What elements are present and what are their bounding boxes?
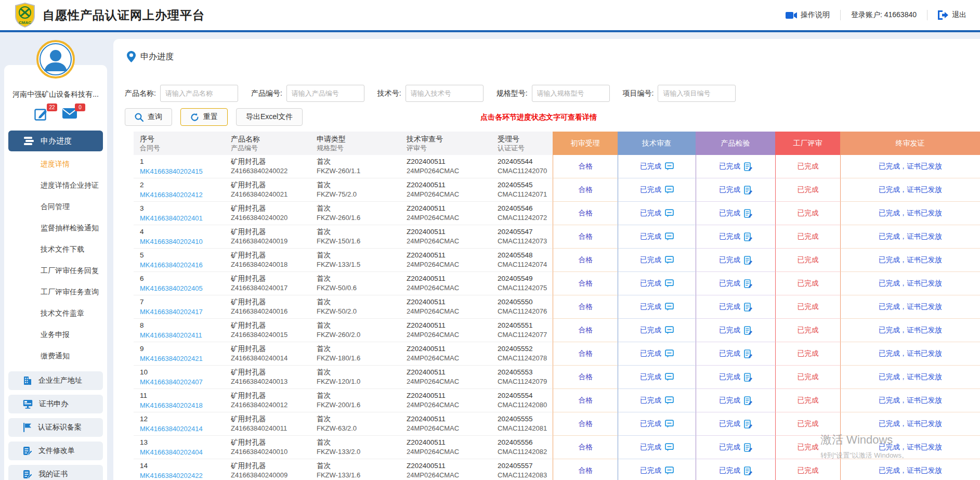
status-link[interactable]: 已完成 — [798, 372, 819, 382]
status-link[interactable]: 合格 — [579, 396, 593, 405]
sidebar-item-contract-mgmt[interactable]: 合同管理 — [4, 196, 107, 217]
status-link[interactable]: 已完成 — [719, 185, 740, 194]
status-link[interactable]: 已完成 — [798, 302, 819, 312]
status-link[interactable]: 已完成 — [719, 255, 740, 265]
status-link[interactable]: 已完成 — [798, 396, 819, 405]
report-icon[interactable] — [744, 303, 752, 312]
status-link[interactable]: 已完成 — [640, 443, 661, 452]
status-link[interactable]: 已完成，证书已发放 — [879, 396, 942, 405]
status-link[interactable]: 已完成，证书已发放 — [879, 162, 942, 171]
status-link[interactable]: 已完成 — [798, 326, 819, 335]
status-link[interactable]: 已完成，证书已发放 — [879, 443, 942, 452]
status-link[interactable]: 已完成 — [719, 466, 740, 475]
status-link[interactable]: 已完成 — [640, 232, 661, 241]
sidebar-item-mark-filing[interactable]: 认证标识备案 — [8, 418, 103, 437]
sidebar-item-factory-review-reply[interactable]: 工厂评审任务回复 — [4, 260, 107, 281]
comment-icon[interactable] — [665, 443, 674, 451]
status-link[interactable]: 已完成 — [798, 255, 819, 265]
status-link[interactable]: 已完成 — [640, 396, 661, 405]
status-link[interactable]: 合格 — [579, 162, 593, 171]
comment-icon[interactable] — [665, 349, 674, 358]
comment-icon[interactable] — [665, 466, 674, 475]
sidebar-item-tech-file-seal[interactable]: 技术文件盖章 — [4, 303, 107, 324]
status-link[interactable]: 已完成，证书已发放 — [879, 326, 942, 335]
sidebar-item-factory-review-query[interactable]: 工厂评审任务查询 — [4, 281, 107, 303]
status-link[interactable]: 已完成，证书已发放 — [879, 466, 942, 475]
status-link[interactable]: 合格 — [579, 349, 593, 358]
status-link[interactable]: 合格 — [579, 232, 593, 241]
help-link[interactable]: 操作说明 — [786, 10, 830, 20]
status-link[interactable]: 合格 — [579, 302, 593, 312]
report-icon[interactable] — [744, 186, 752, 194]
project-no-input[interactable] — [658, 85, 736, 102]
comment-icon[interactable] — [665, 396, 674, 405]
avatar[interactable] — [36, 40, 75, 79]
status-link[interactable]: 已完成 — [798, 443, 819, 452]
status-link[interactable]: 已完成 — [798, 232, 819, 241]
product-no-input[interactable] — [286, 85, 364, 102]
comment-icon[interactable] — [665, 232, 674, 241]
report-icon[interactable] — [744, 256, 752, 265]
status-link[interactable]: 已完成 — [640, 255, 661, 265]
status-link[interactable]: 合格 — [579, 209, 593, 218]
report-icon[interactable] — [744, 443, 752, 452]
status-link[interactable]: 已完成 — [640, 279, 661, 288]
comment-icon[interactable] — [665, 326, 674, 334]
contract-link[interactable]: MK41663840202422 — [140, 472, 203, 479]
report-icon[interactable] — [744, 373, 752, 382]
contract-link[interactable]: MK41663840202404 — [140, 448, 203, 456]
status-link[interactable]: 已完成 — [719, 302, 740, 312]
status-link[interactable]: 合格 — [579, 326, 593, 335]
status-link[interactable]: 已完成 — [798, 162, 819, 171]
status-link[interactable]: 已完成，证书已发放 — [879, 209, 942, 218]
report-icon[interactable] — [744, 466, 752, 475]
status-link[interactable]: 合格 — [579, 255, 593, 265]
status-link[interactable]: 已完成 — [640, 419, 661, 429]
sidebar-item-my-certificates[interactable]: 我的证书 — [8, 465, 103, 480]
sidebar-item-payment-notice[interactable]: 缴费通知 — [4, 345, 107, 367]
status-link[interactable]: 合格 — [579, 466, 593, 475]
report-icon[interactable] — [744, 209, 752, 218]
sidebar-item-file-change-order[interactable]: 文件修改单 — [8, 442, 103, 460]
comment-icon[interactable] — [665, 162, 674, 171]
logout-button[interactable]: 退出 — [938, 10, 966, 20]
status-link[interactable]: 已完成 — [719, 349, 740, 358]
report-icon[interactable] — [744, 396, 752, 405]
status-link[interactable]: 已完成 — [719, 443, 740, 452]
status-link[interactable]: 已完成 — [798, 466, 819, 475]
mail-icon[interactable]: 0 — [62, 108, 77, 122]
sidebar-item-production-address[interactable]: 企业生产地址 — [8, 371, 103, 390]
compose-icon[interactable]: 22 — [34, 108, 49, 122]
status-link[interactable]: 已完成 — [640, 372, 661, 382]
status-link[interactable]: 已完成 — [719, 396, 740, 405]
status-link[interactable]: 合格 — [579, 372, 593, 382]
contract-link[interactable]: MK41663840202401 — [140, 214, 203, 222]
status-link[interactable]: 已完成，证书已发放 — [879, 302, 942, 312]
contract-link[interactable]: MK41663840202416 — [140, 261, 203, 269]
status-link[interactable]: 已完成 — [719, 326, 740, 335]
status-link[interactable]: 已完成，证书已发放 — [879, 349, 942, 358]
report-icon[interactable] — [744, 162, 752, 171]
status-link[interactable]: 合格 — [579, 185, 593, 194]
contract-link[interactable]: MK41663840202414 — [140, 425, 203, 433]
report-icon[interactable] — [744, 279, 752, 288]
contract-link[interactable]: MK41663840202411 — [140, 331, 202, 339]
status-link[interactable]: 已完成 — [798, 279, 819, 288]
export-excel-button[interactable]: 导出Excel文件 — [236, 108, 303, 126]
status-link[interactable]: 已完成 — [719, 279, 740, 288]
sidebar-item-tech-file-download[interactable]: 技术文件下载 — [4, 239, 107, 260]
contract-link[interactable]: MK41663840202417 — [140, 308, 203, 316]
status-link[interactable]: 已完成 — [719, 372, 740, 382]
status-link[interactable]: 已完成 — [798, 209, 819, 218]
status-link[interactable]: 合格 — [579, 443, 593, 452]
contract-link[interactable]: MK41663840202418 — [140, 401, 203, 409]
contract-link[interactable]: MK41663840202407 — [140, 378, 203, 386]
status-link[interactable]: 已完成 — [640, 185, 661, 194]
status-link[interactable]: 已完成，证书已发放 — [879, 232, 942, 241]
contract-link[interactable]: MK41663840202405 — [140, 284, 203, 292]
sidebar-item-sampling-notice[interactable]: 监督抽样检验通知 — [4, 217, 107, 239]
sidebar-item-progress-detail-cert[interactable]: 进度详情企业持证 — [4, 175, 107, 196]
report-icon[interactable] — [744, 326, 752, 335]
status-link[interactable]: 已完成 — [640, 466, 661, 475]
tech-no-input[interactable] — [406, 85, 484, 102]
